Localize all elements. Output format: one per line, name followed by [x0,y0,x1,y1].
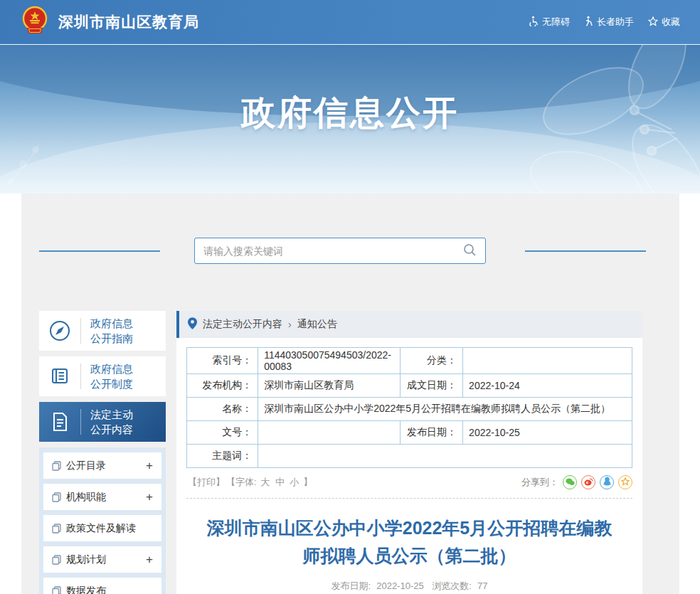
views-label: 浏览次数: [432,580,472,591]
publish-date-meta-label: 发布日期: [332,580,371,591]
font-size-group: 【字体: 大 中 小 】 [226,476,312,489]
font-size-large-button[interactable]: 大 [260,477,270,487]
page-icon [52,555,61,565]
favorite-link[interactable]: 收藏 [648,16,680,28]
search-input[interactable] [195,238,454,263]
page-banner: 政府信息公开 [0,44,700,193]
wechat-share-button[interactable] [563,475,577,489]
sidebar-item-statutory[interactable]: 法定主动 公开内容 [39,402,166,442]
search-section [21,193,679,311]
submenu-label: 数据发布 [66,585,106,594]
qzone-share-button[interactable] [618,475,632,489]
article-meta: 发布日期:2022-10-25 浏览次数:77 [176,580,642,594]
submenu-label: 公开目录 [66,460,106,472]
dashed-divider [186,498,632,499]
top-header-bar: 深圳市南山区教育局 无障碍 长者助手 [0,0,700,44]
page-icon [52,461,61,471]
label-line2: 公开制度 [90,378,133,390]
banner-title: 政府信息公开 [0,45,700,136]
branch-decoration-icon [0,134,75,193]
national-emblem-icon [20,5,50,39]
star-icon [648,16,658,28]
search-button[interactable] [454,238,485,263]
book-icon [39,365,80,388]
expand-plus-icon[interactable]: + [146,459,153,473]
elder-assist-label: 长者助手 [597,16,634,28]
sidebar-item-system[interactable]: 政府信息 公开制度 [39,356,166,396]
article-title: 深圳市南山区公办中小学2022年5月公开招聘在编教师拟聘人员公示（第二批） [201,514,618,570]
submenu-label: 机构职能 [66,491,106,504]
content-panel: 政府信息 公开指南 政府信息 公开制度 [21,193,679,594]
document-meta-table: 索引号： 114403050075494503/2022-00083 分类： 发… [186,347,632,468]
qq-penguin-icon [603,477,611,488]
weibo-share-button[interactable] [581,475,595,489]
sidebar-item-statutory-label: 法定主动 公开内容 [81,407,133,437]
elder-icon [584,16,593,28]
breadcrumb-separator: › [288,319,292,330]
print-button[interactable]: 【打印】 [188,476,225,489]
font-size-suffix: 】 [303,477,312,487]
accessibility-link[interactable]: 无障碍 [529,16,570,28]
site-brand[interactable]: 深圳市南山区教育局 [20,5,199,39]
doc-no-label: 文号： [187,421,258,445]
qq-share-button[interactable] [600,475,614,489]
font-size-small-button[interactable]: 小 [290,477,299,487]
publish-date-value: 2022-10-25 [463,421,632,445]
content-row: 政府信息 公开指南 政府信息 公开制度 [39,311,679,594]
decor-line-left [39,250,160,252]
publish-date-label: 发布日期： [401,421,463,445]
table-row: 索引号： 114403050075494503/2022-00083 分类： [187,348,632,374]
label-line1: 政府信息 [90,317,133,329]
table-row: 主题词： [187,445,632,468]
written-date-label: 成文日期： [401,374,463,398]
index-value: 114403050075494503/2022-00083 [258,348,401,374]
qzone-star-icon [621,477,630,487]
submenu-item-data[interactable]: 数据发布 [43,578,161,594]
written-date-value: 2022-10-24 [463,374,632,398]
table-row: 名称： 深圳市南山区公办中小学2022年5月公开招聘在编教师拟聘人员公示（第二批… [187,398,632,421]
label-line2: 公开内容 [90,423,133,435]
label-line1: 政府信息 [90,363,133,375]
sidebar-item-system-label: 政府信息 公开制度 [81,361,133,391]
article-toolbar: 【打印】 【字体: 大 中 小 】 分享到： [176,468,642,492]
index-label: 索引号： [187,348,258,374]
publish-date-meta-value: 2022-10-25 [376,580,424,591]
breadcrumb: 法定主动公开内容 › 通知公告 [176,311,642,338]
org-value: 深圳市南山区教育局 [258,374,401,398]
elder-assist-link[interactable]: 长者助手 [584,16,634,28]
breadcrumb-item-notices[interactable]: 通知公告 [297,318,337,331]
page-icon [52,524,61,534]
submenu-item-planning[interactable]: 规划计划 + [43,546,161,573]
label-line1: 法定主动 [90,408,133,420]
main-content-card: 法定主动公开内容 › 通知公告 索引号： 114403050075494503/… [176,311,642,594]
category-value [463,348,632,374]
expand-plus-icon[interactable]: + [146,490,153,504]
doc-no-value [258,421,401,445]
site-title: 深圳市南山区教育局 [58,12,199,32]
document-icon [39,410,80,433]
breadcrumb-item-statutory[interactable]: 法定主动公开内容 [203,318,282,331]
views-value: 77 [477,580,487,591]
page-icon [52,586,61,594]
expand-plus-icon[interactable]: + [146,553,153,567]
font-size-medium-button[interactable]: 中 [275,477,285,487]
table-row: 发布机构： 深圳市南山区教育局 成文日期： 2022-10-24 [187,374,632,398]
submenu-label: 政策文件及解读 [66,522,136,535]
search-box [194,238,486,264]
accessibility-label: 无障碍 [542,16,570,28]
sidebar-submenu: 公开目录 + 机构职能 + [39,447,166,594]
org-label: 发布机构： [187,374,258,398]
top-links: 无障碍 长者助手 收藏 [529,16,680,28]
name-value: 深圳市南山区公办中小学2022年5月公开招聘在编教师拟聘人员公示（第二批） [258,398,632,421]
sidebar-item-guide[interactable]: 政府信息 公开指南 [39,311,166,351]
submenu-item-functions[interactable]: 机构职能 + [43,484,161,510]
category-label: 分类： [401,348,463,374]
location-pin-icon [188,317,197,332]
weibo-icon [584,477,593,488]
keywords-value [258,445,632,468]
name-label: 名称： [187,398,258,421]
submenu-item-catalog[interactable]: 公开目录 + [43,452,161,479]
submenu-item-policies[interactable]: 政策文件及解读 [43,515,161,541]
share-label: 分享到： [521,476,558,489]
share-group: 分享到： [521,475,632,489]
